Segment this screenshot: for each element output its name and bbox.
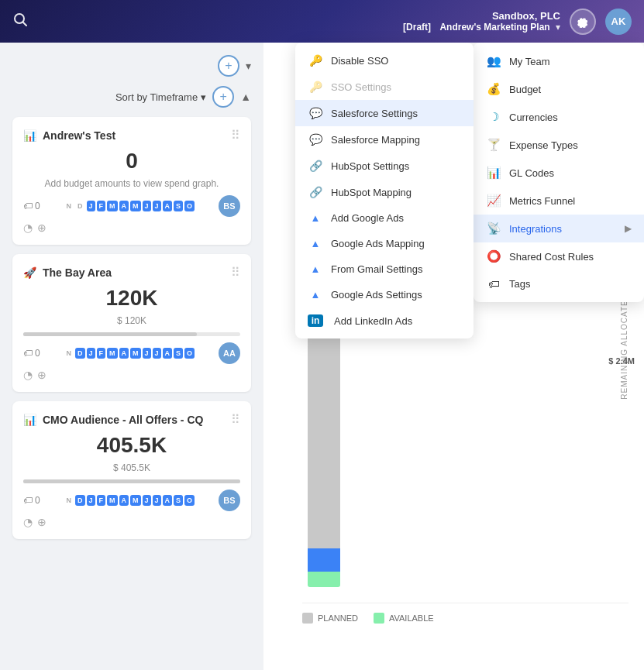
budget-label: Budget: [509, 84, 541, 95]
tag-count: 🏷 0: [23, 495, 40, 506]
card-header: 📊 CMO Audience - All Offers - CQ ⠿: [23, 412, 240, 427]
shared-cost-rules-icon: ⭕: [486, 249, 501, 263]
integrations-dropdown: 🔑 Disable SSO 🔑 SSO Settings 💬 Salesforc…: [295, 43, 474, 338]
campaign-subvalue: $ 120K: [23, 315, 240, 326]
integrations-from-gmail-settings[interactable]: ▲ From Gmail Settings: [295, 256, 474, 282]
campaign-avatar[interactable]: AA: [219, 342, 240, 364]
tags-icon: 🏷: [486, 277, 501, 290]
svg-line-1: [23, 22, 27, 26]
progress-bar-container: [23, 332, 240, 336]
globe-icon[interactable]: ⊕: [37, 516, 46, 528]
add-linkedin-ads-label: Add LinkedIn Ads: [334, 315, 412, 327]
integrations-arrow: ▶: [625, 223, 632, 234]
add-item-button[interactable]: +: [212, 86, 234, 108]
search-button[interactable]: [12, 12, 28, 31]
integrations-salesforce-mapping[interactable]: 💬 Salesforce Mapping: [295, 126, 474, 153]
card-actions: ◔ ⊕: [23, 217, 240, 234]
settings-integrations[interactable]: 📡 Integrations ▶: [474, 215, 644, 242]
metrics-funnel-icon: 📈: [486, 194, 501, 208]
progress-bar-container: [23, 479, 240, 483]
google-ads-settings-label: Google Ads Settings: [331, 289, 422, 301]
settings-budget[interactable]: 💰 Budget: [474, 75, 644, 103]
from-gmail-settings-label: From Gmail Settings: [331, 263, 422, 275]
progress-bar: [23, 332, 197, 336]
add-google-ads-label: Add Google Ads: [331, 212, 404, 224]
legend-available-dot: [374, 613, 384, 624]
settings-my-team[interactable]: 👥 My Team: [474, 47, 644, 75]
globe-icon[interactable]: ⊕: [37, 369, 46, 381]
campaign-value: 120K: [23, 286, 240, 311]
plan-prefix: [Draft]: [403, 22, 431, 33]
campaign-icon: 🚀: [23, 266, 36, 279]
gl-codes-label: GL Codes: [509, 167, 554, 179]
disable-sso-label: Disable SSO: [331, 55, 388, 67]
campaigns-panel: + ▾ Sort by Timeframe ▾ + ▲ 📊 Andrew's T…: [0, 43, 263, 670]
card-title-row: 🚀 The Bay Area: [23, 266, 112, 279]
legend-planned-label: PLANNED: [318, 613, 358, 623]
collapse-panel-button[interactable]: ▾: [246, 60, 251, 72]
months-row: N D J F M A M J J A S O: [64, 201, 195, 211]
campaign-title: The Bay Area: [43, 266, 112, 279]
settings-gear-button[interactable]: [570, 9, 596, 35]
campaign-subvalue: $ 405.5K: [23, 462, 240, 473]
campaign-avatar[interactable]: BS: [219, 490, 240, 511]
sort-button[interactable]: Sort by Timeframe ▾: [115, 91, 206, 103]
pie-chart-icon[interactable]: ◔: [23, 222, 33, 234]
salesforce-settings-icon: 💬: [308, 107, 323, 119]
user-avatar[interactable]: AK: [605, 9, 632, 35]
drag-handle[interactable]: ⠿: [231, 412, 240, 427]
pie-chart-icon[interactable]: ◔: [23, 516, 33, 528]
card-actions: ◔ ⊕: [23, 511, 240, 528]
settings-metrics-funnel[interactable]: 📈 Metrics Funnel: [474, 187, 644, 215]
plan-selector[interactable]: [Draft] Andrew's Marketing Plan ▾: [403, 22, 560, 33]
settings-dropdown: 👥 My Team 💰 Budget ☽ Currencies 🍸 Expens…: [474, 43, 644, 302]
settings-tags[interactable]: 🏷 Tags: [474, 270, 644, 297]
integrations-google-ads-mapping[interactable]: ▲ Google Ads Mapping: [295, 231, 474, 256]
card-title-row: 📊 CMO Audience - All Offers - CQ: [23, 414, 203, 426]
settings-shared-cost-rules[interactable]: ⭕ Shared Cost Rules: [474, 242, 644, 270]
sso-settings-label: SSO Settings: [331, 81, 391, 93]
metrics-funnel-label: Metrics Funnel: [509, 195, 575, 207]
settings-expense-types[interactable]: 🍸 Expense Types: [474, 131, 644, 159]
integrations-google-ads-settings[interactable]: ▲ Google Ads Settings: [295, 282, 474, 308]
globe-icon[interactable]: ⊕: [37, 222, 46, 234]
expense-types-label: Expense Types: [509, 139, 578, 151]
legend-planned: PLANNED: [302, 613, 358, 624]
integrations-add-linkedin-ads[interactable]: in Add LinkedIn Ads: [295, 308, 474, 334]
add-budget-prompt: Add budget amounts to view spend graph.: [23, 178, 240, 189]
integrations-salesforce-settings[interactable]: 💬 Salesforce Settings: [295, 100, 474, 126]
hubspot-settings-icon: 🔗: [308, 160, 323, 172]
collapse-sort-button[interactable]: ▲: [240, 91, 251, 103]
card-title-row: 📊 Andrew's Test: [23, 129, 115, 142]
campaign-icon: 📊: [23, 129, 36, 142]
settings-currencies[interactable]: ☽ Currencies: [474, 103, 644, 131]
integrations-add-google-ads[interactable]: ▲ Add Google Ads: [295, 205, 474, 231]
linkedin-ads-icon: in: [308, 314, 323, 327]
integrations-icon: 📡: [486, 222, 501, 235]
panel-header: + ▾: [12, 55, 251, 77]
campaign-value: 405.5K: [23, 433, 240, 458]
campaign-avatar[interactable]: BS: [219, 195, 240, 217]
card-header: 📊 Andrew's Test ⠿: [23, 128, 240, 143]
integrations-hubspot-mapping[interactable]: 🔗 HubSpot Mapping: [295, 179, 474, 205]
integrations-sso-settings[interactable]: 🔑 SSO Settings: [295, 74, 474, 100]
card-actions: ◔ ⊕: [23, 364, 240, 381]
drag-handle[interactable]: ⠿: [231, 128, 240, 143]
campaign-card-bay-area: 🚀 The Bay Area ⠿ 120K $ 120K 🏷 0 N D J F: [12, 254, 251, 392]
google-ads-settings-icon: ▲: [308, 289, 323, 301]
drag-handle[interactable]: ⠿: [231, 265, 240, 280]
settings-gl-codes[interactable]: 📊 GL Codes: [474, 159, 644, 187]
campaign-title: CMO Audience - All Offers - CQ: [43, 414, 203, 426]
disable-sso-icon: 🔑: [308, 54, 323, 67]
pie-chart-icon[interactable]: ◔: [23, 369, 33, 381]
months-row: N D J F M A M J J A S O: [64, 495, 195, 506]
sso-settings-icon: 🔑: [308, 81, 323, 93]
header-left: [12, 12, 28, 31]
integrations-hubspot-settings[interactable]: 🔗 HubSpot Settings: [295, 153, 474, 179]
integrations-label: Integrations: [509, 223, 562, 235]
my-team-label: My Team: [509, 56, 550, 67]
months-row: N D J F M A M J J A S O: [64, 348, 195, 359]
card-footer: 🏷 0 N D J F M A M J J A S O BS: [23, 195, 240, 217]
add-campaign-button[interactable]: +: [218, 55, 239, 77]
integrations-disable-sso[interactable]: 🔑 Disable SSO: [295, 47, 474, 74]
